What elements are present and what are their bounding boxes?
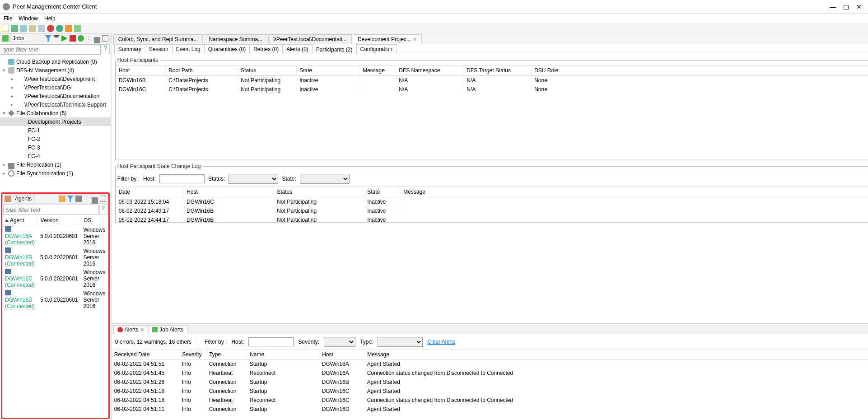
horizontal-scrollbar[interactable] <box>112 413 868 420</box>
alert-row[interactable]: 06-02-2022 04:51:18InfoConnectionStartup… <box>112 387 868 396</box>
menu-help[interactable]: Help <box>44 15 56 22</box>
col-dfstarget[interactable]: DFS Target Status <box>464 65 532 76</box>
table-row[interactable]: 06-02-2022 14:44:17DGWin16BNot Participa… <box>116 215 868 223</box>
tab-collab-summary[interactable]: Collab, Sync, and Repl Summa... <box>113 34 203 44</box>
alert-row[interactable]: 06-02-2022 04:51:26InfoConnectionStartup… <box>112 378 868 387</box>
close-button[interactable]: ✕ <box>856 3 862 10</box>
restart-icon[interactable] <box>78 35 84 42</box>
maximize-panel-icon[interactable] <box>102 35 108 42</box>
agent-row[interactable]: DGWin16D (Connected)5.0.0.20220601Window… <box>2 289 108 310</box>
subtab-alerts[interactable]: Alerts (0) <box>282 44 313 54</box>
col-received[interactable]: Received Date <box>112 350 179 359</box>
table-row[interactable]: 06-03-2022 15:18:04DGWin16CNot Participa… <box>116 197 868 207</box>
view-menu-icon[interactable]: ⋮ <box>84 196 90 202</box>
tree-collab-item[interactable]: FC-3 <box>0 143 111 152</box>
col-message[interactable]: Message <box>364 350 868 359</box>
col-host[interactable]: Host <box>184 187 274 197</box>
alert-row[interactable]: 06-02-2022 04:51:11InfoConnectionStartup… <box>112 405 868 413</box>
people-icon[interactable] <box>29 25 36 32</box>
subtab-participants[interactable]: Participants (2) <box>312 45 357 54</box>
alerts-host-input[interactable] <box>248 337 294 346</box>
folder-icon[interactable] <box>59 196 65 202</box>
tab-job-alerts[interactable]: Job Alerts <box>148 325 187 334</box>
subtab-eventlog[interactable]: Event Log <box>172 44 205 54</box>
minimize-panel-icon[interactable] <box>94 37 100 43</box>
subtab-session[interactable]: Session <box>145 44 173 54</box>
severity-select[interactable] <box>324 337 355 347</box>
refresh-icon[interactable] <box>56 25 63 32</box>
agent-row[interactable]: DGWin16A (Connected)5.0.0.20220601Window… <box>2 225 108 247</box>
col-type[interactable]: Type <box>206 350 247 359</box>
tab-alerts[interactable]: Alerts✕ <box>113 325 149 334</box>
col-os[interactable]: OS <box>80 216 108 225</box>
agent-row[interactable]: DGWin16B (Connected)5.0.0.20220601Window… <box>2 247 108 268</box>
col-agent[interactable]: Agent <box>2 216 37 225</box>
list-icon[interactable] <box>11 25 18 32</box>
tree-collab-item[interactable]: Development Projects <box>0 117 111 126</box>
menu-window[interactable]: Window <box>19 15 38 22</box>
tree-dfsn-item[interactable]: ▸\\PeerTest.local\Technical Support <box>0 100 111 109</box>
col-dsurole[interactable]: DSU Role <box>532 65 868 76</box>
col-rootpath[interactable]: Root Path <box>166 65 238 76</box>
table-row[interactable]: 06-02-2022 14:49:17DGWin16BNot Participa… <box>116 206 868 215</box>
tree-file-collab[interactable]: ▾File Collaboration (5) <box>0 109 111 117</box>
col-state[interactable]: State <box>297 65 360 76</box>
col-host[interactable]: Host <box>319 350 364 359</box>
col-name[interactable]: Name <box>247 350 319 359</box>
tree-collab-item[interactable]: FC-2 <box>0 135 111 143</box>
jobs-filter-input[interactable] <box>1 44 101 55</box>
menu-file[interactable]: File <box>4 15 12 22</box>
help-icon[interactable]: ? <box>99 205 107 215</box>
apply-icon[interactable] <box>65 25 72 32</box>
alert-row[interactable]: 06-02-2022 04:51:18InfoHeartbeatReconnec… <box>112 396 868 405</box>
col-message[interactable]: Message <box>360 65 396 76</box>
tree-cloud-backup[interactable]: Cloud Backup and Replication (0) <box>0 57 111 66</box>
close-icon[interactable]: ✕ <box>413 37 417 42</box>
maximize-panel-icon[interactable] <box>100 196 106 202</box>
sort-icon[interactable] <box>75 196 82 202</box>
col-state[interactable]: State <box>364 187 401 197</box>
state-select[interactable] <box>300 174 350 184</box>
type-select[interactable] <box>378 337 423 347</box>
start-icon[interactable] <box>61 35 68 42</box>
tree-file-repl[interactable]: ▸File Replication (1) <box>0 160 111 169</box>
stop-job-icon[interactable] <box>70 35 76 42</box>
tab-documentation[interactable]: \\PeerTest.local\Documentati... <box>268 34 352 44</box>
tab-development-projects[interactable]: Development Projec...✕ <box>353 34 422 44</box>
new-icon[interactable] <box>2 25 9 32</box>
host-filter-input[interactable] <box>159 174 205 183</box>
minimize-button[interactable]: — <box>830 3 836 10</box>
subtab-quarantines[interactable]: Quarantines (0) <box>204 44 250 54</box>
tree-dfsn-item[interactable]: ▸\\PeerTest.local\Development <box>0 75 111 83</box>
tree-collab-item[interactable]: FC-1 <box>0 126 111 135</box>
col-host[interactable]: Host <box>116 65 166 76</box>
col-status[interactable]: Status <box>274 187 364 197</box>
filter-icon[interactable] <box>67 196 74 202</box>
col-message[interactable]: Message <box>401 187 868 197</box>
tree-dfsn-item[interactable]: ▸\\PeerTest.local\DG <box>0 83 111 92</box>
subtab-configuration[interactable]: Configuration <box>356 44 397 54</box>
status-select[interactable] <box>229 174 278 184</box>
maximize-button[interactable]: ▢ <box>843 3 849 10</box>
tree-dfsn-item[interactable]: ▸\\PeerTest.local\Documentation <box>0 92 111 100</box>
stop-icon[interactable] <box>47 25 54 32</box>
tree-collab-item[interactable]: FC-4 <box>0 152 111 160</box>
minimize-panel-icon[interactable] <box>92 197 98 204</box>
subtab-retries[interactable]: Retries (0) <box>249 44 283 54</box>
col-dfsns[interactable]: DFS Namespace <box>396 65 464 76</box>
table-row[interactable]: DGWin16CC:\Data\ProjectsNot Participatin… <box>116 85 868 94</box>
tag-icon[interactable] <box>38 25 45 32</box>
filter-icon[interactable] <box>45 35 51 42</box>
view-menu-icon[interactable]: ⋮ <box>86 35 92 42</box>
agents-filter-input[interactable] <box>3 205 98 215</box>
clear-alerts-link[interactable]: Clear Alerts <box>427 339 455 345</box>
alert-row[interactable]: 06-02-2022 04:51:51InfoConnectionStartup… <box>112 359 868 369</box>
alert-row[interactable]: 06-02-2022 04:51:45InfoHeartbeatReconnec… <box>112 369 868 378</box>
dropdown-icon[interactable] <box>53 35 60 42</box>
cloud-icon[interactable] <box>20 25 27 32</box>
table-row[interactable]: DGWin16BC:\Data\ProjectsNot Participatin… <box>116 76 868 85</box>
tree-dfsn[interactable]: ▾DFS-N Management (4) <box>0 66 111 75</box>
agent-row[interactable]: DGWin16C (Connected)5.0.0.20220601Window… <box>2 268 108 289</box>
config-icon[interactable] <box>74 25 81 32</box>
col-severity[interactable]: Severity <box>179 350 206 359</box>
